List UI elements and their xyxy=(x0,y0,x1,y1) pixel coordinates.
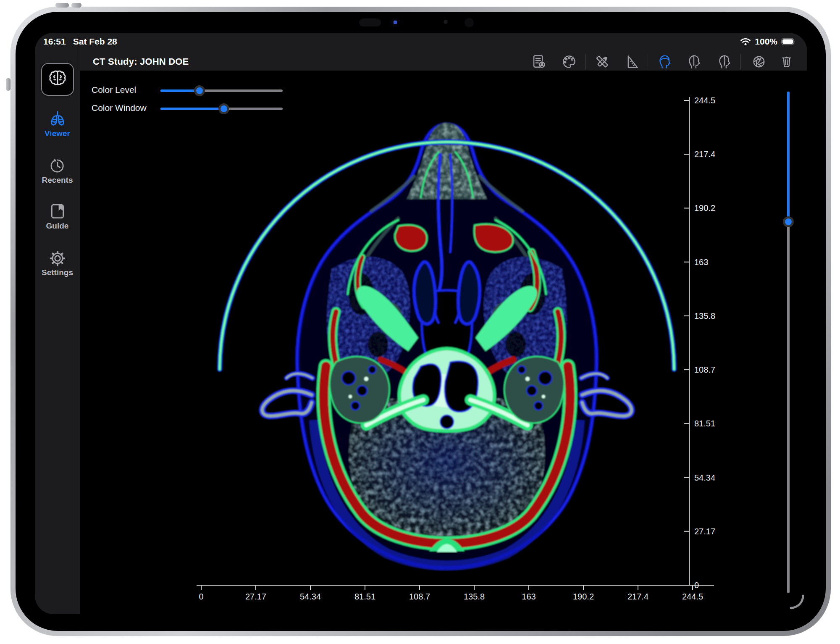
sidebar-item-guide[interactable]: Guide xyxy=(35,202,80,231)
battery-percent: 100% xyxy=(755,37,777,47)
coronal-view-button[interactable] xyxy=(714,52,734,71)
svg-text:163: 163 xyxy=(522,592,536,601)
mic-dot xyxy=(444,20,448,24)
sensor-pill xyxy=(359,18,381,26)
ct-slice-image xyxy=(220,118,674,568)
svg-text:190.2: 190.2 xyxy=(694,203,715,213)
svg-text:244.5: 244.5 xyxy=(694,96,715,105)
set-square-icon xyxy=(623,53,640,70)
slice-slider[interactable] xyxy=(783,92,794,593)
annotate-button[interactable] xyxy=(593,52,612,71)
slider-fill xyxy=(787,92,790,222)
brain-icon xyxy=(45,66,71,92)
study-info-button[interactable] xyxy=(529,52,549,71)
aperture-icon xyxy=(751,53,767,70)
svg-text:81.51: 81.51 xyxy=(694,419,715,428)
svg-text:0: 0 xyxy=(694,581,699,590)
ct-viewport[interactable]: 027.1754.3481.51108.7135.8163190.2217.42… xyxy=(35,33,807,614)
svg-text:54.34: 54.34 xyxy=(694,473,715,482)
color-window-label: Color Window xyxy=(92,103,147,113)
slider-thumb[interactable] xyxy=(218,103,229,114)
slider-thumb[interactable] xyxy=(194,85,205,96)
volume-up-button xyxy=(55,3,69,8)
pencil-ruler-icon xyxy=(594,53,611,70)
measure-button[interactable] xyxy=(622,52,641,71)
svg-text:108.7: 108.7 xyxy=(694,365,715,374)
status-time: 16:51 xyxy=(43,37,66,47)
svg-text:217.4: 217.4 xyxy=(627,592,648,601)
status-bar-left: 16:51 Sat Feb 28 xyxy=(43,37,117,47)
svg-text:217.4: 217.4 xyxy=(694,150,715,159)
color-level-slider[interactable] xyxy=(160,85,283,96)
status-bar-right: 100% xyxy=(740,37,796,47)
toolbar-separator xyxy=(585,54,586,70)
slider-thumb[interactable] xyxy=(783,216,794,227)
book-bookmark-icon xyxy=(48,202,67,221)
sidebar-item-viewer[interactable]: Viewer xyxy=(35,109,80,138)
head-sagittal-icon xyxy=(685,53,702,70)
sagittal-view-button[interactable] xyxy=(684,52,704,71)
toolbar-separator xyxy=(740,54,741,70)
svg-text:54.34: 54.34 xyxy=(300,592,321,601)
svg-text:135.8: 135.8 xyxy=(694,311,715,321)
colormap-button[interactable] xyxy=(559,52,579,71)
color-window-slider[interactable] xyxy=(160,103,283,114)
status-date: Sat Feb 28 xyxy=(73,37,117,47)
delete-button[interactable] xyxy=(777,52,796,71)
sensor-circle xyxy=(465,18,474,27)
svg-text:0: 0 xyxy=(199,592,203,601)
sidebar-item-label: Viewer xyxy=(35,129,80,138)
svg-text:244.5: 244.5 xyxy=(682,592,703,601)
document-person-icon xyxy=(530,53,547,70)
svg-text:163: 163 xyxy=(694,258,708,267)
color-level-label: Color Level xyxy=(92,85,136,95)
corner-arc xyxy=(791,596,803,608)
toolbar-separator xyxy=(648,54,648,70)
wifi-icon xyxy=(740,37,751,46)
battery-icon xyxy=(781,37,796,46)
sidebar-item-recents[interactable]: Recents xyxy=(35,156,80,185)
capture-button[interactable] xyxy=(749,52,769,71)
svg-text:27.17: 27.17 xyxy=(245,592,266,601)
sidebar-item-label: Settings xyxy=(35,268,80,277)
axial-view-button[interactable] xyxy=(655,52,674,71)
svg-text:135.8: 135.8 xyxy=(464,592,485,601)
gear-icon xyxy=(48,248,67,268)
head-coronal-icon xyxy=(716,53,732,70)
sidebar-item-settings[interactable]: Settings xyxy=(35,248,80,277)
svg-text:108.7: 108.7 xyxy=(409,592,430,601)
screen: 027.1754.3481.51108.7135.8163190.2217.42… xyxy=(35,33,807,614)
svg-text:27.17: 27.17 xyxy=(694,527,715,536)
lungs-icon xyxy=(48,109,67,129)
page-title: CT Study: JOHN DOE xyxy=(93,56,189,67)
trash-icon xyxy=(778,53,795,70)
camera-glint xyxy=(394,21,397,24)
slider-fill xyxy=(160,108,224,110)
svg-text:190.2: 190.2 xyxy=(573,592,594,601)
clock-history-icon xyxy=(48,156,67,175)
svg-text:81.51: 81.51 xyxy=(354,592,375,601)
head-axial-icon xyxy=(656,53,673,70)
top-button xyxy=(6,78,10,91)
sidebar-item-label: Guide xyxy=(35,221,80,231)
volume-down-button xyxy=(71,3,81,8)
palette-icon xyxy=(561,53,578,70)
sidebar-item-label: Recents xyxy=(35,176,80,185)
app-logo xyxy=(41,63,74,96)
